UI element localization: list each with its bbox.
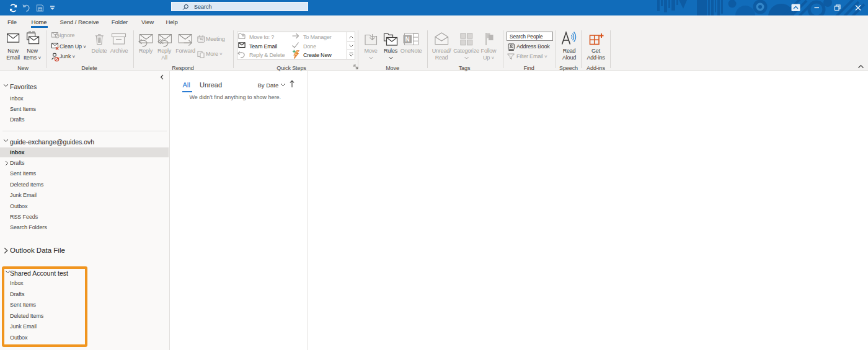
svg-text:N: N [405,36,410,43]
